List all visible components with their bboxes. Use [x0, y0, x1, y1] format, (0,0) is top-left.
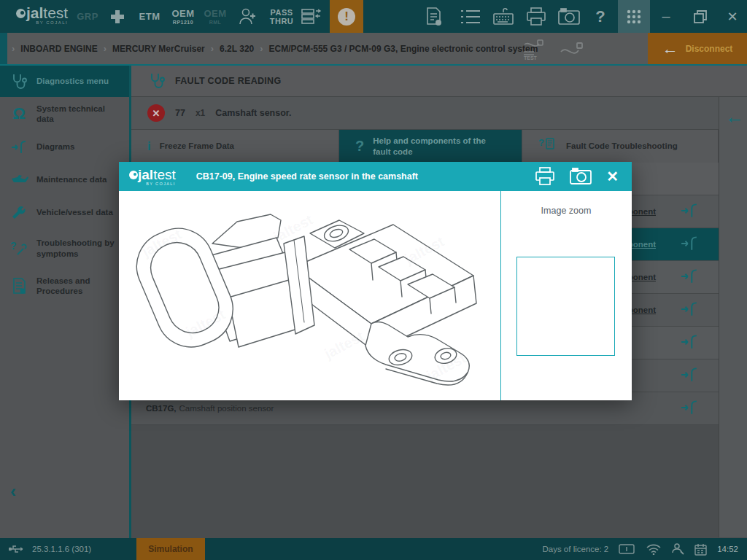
fault-error-icon: ✕ — [147, 104, 165, 122]
camera-icon — [558, 8, 580, 26]
stethoscope-icon — [147, 71, 166, 90]
top-toolbar: jaltest BY COJALI GRP ETM OEM RP1210 OEM… — [0, 0, 747, 33]
image-zoom-panel: Image zoom — [501, 191, 631, 400]
keyboard-icon — [492, 7, 514, 27]
jaltest-logo-dot-icon — [129, 171, 138, 179]
component-help-modal: jaltest BY COJALI CB17-09, Engine speed … — [119, 162, 632, 400]
modal-title: CB17-09, Engine speed rate sensor in the… — [196, 171, 418, 182]
breadcrumb-item-engine-type[interactable]: INBOARD ENGINE — [20, 44, 97, 54]
sidebar-item-diagrams[interactable]: Diagrams — [0, 131, 129, 163]
status-bar: 25.3.1.1.6 (301) Simulation Days of lice… — [0, 538, 747, 560]
sidebar-item-vehicle-vessel-data[interactable]: Vehicle/vessel data — [0, 196, 129, 229]
sidebar-back-chevron[interactable]: ‹ — [10, 483, 16, 500]
cable-icon[interactable] — [558, 37, 583, 61]
flash-reprogram-button[interactable] — [296, 0, 327, 33]
camera-icon[interactable] — [570, 168, 592, 185]
simulation-badge: Simulation — [136, 538, 204, 560]
grp-button: GRP — [73, 0, 102, 33]
circuit-icon[interactable] — [681, 234, 698, 254]
wrench-icon — [9, 203, 28, 222]
close-app-button[interactable]: ✕ — [721, 0, 744, 33]
jaltest-logo: jaltest BY COJALI — [16, 4, 68, 25]
exclamation-icon: ! — [338, 8, 355, 26]
reports-button[interactable] — [422, 0, 446, 33]
sidebar: Diagnostics menu Ω System technical data… — [0, 66, 131, 538]
question-circuit-icon: ? — [538, 135, 557, 158]
info-icon: i — [147, 139, 151, 154]
breadcrumb-accent — [0, 33, 7, 64]
printer-icon — [526, 7, 546, 26]
fault-count: x1 — [196, 108, 205, 118]
minimize-button[interactable]: – — [655, 0, 677, 33]
sidebar-item-diagnostics-menu[interactable]: Diagnostics menu — [0, 66, 129, 97]
circuit-icon[interactable] — [681, 332, 698, 353]
pass-thru-button[interactable]: PASS THRU — [266, 0, 298, 33]
disconnect-label: Disconnect — [686, 44, 733, 54]
circuit-diagram-icon — [9, 138, 28, 157]
modal-body: jaltest jaltest jaltest jaltest jaltest … — [119, 191, 632, 400]
circuit-icon[interactable] — [681, 365, 698, 386]
circuit-icon[interactable] — [681, 267, 698, 287]
jaltest-logo-dot-icon — [16, 9, 26, 18]
component-image[interactable]: jaltest jaltest jaltest jaltest jaltest … — [119, 191, 501, 400]
fault-label: Camshaft sensor. — [215, 108, 291, 118]
print-button[interactable] — [522, 0, 550, 33]
licence-label: Days of licence: 2 — [542, 545, 608, 553]
component-label: Camshaft position sensor — [179, 404, 274, 413]
clock-label: 14:52 — [717, 545, 738, 553]
circuit-icon[interactable] — [681, 201, 698, 222]
image-zoom-viewport[interactable] — [516, 257, 615, 356]
apps-menu-button[interactable] — [618, 0, 650, 33]
chevron-right-icon: › — [260, 43, 263, 54]
calendar-icon[interactable] — [694, 543, 707, 556]
oem-rp1210-button[interactable]: OEM RP1210 — [168, 0, 198, 33]
tab-freeze-frame-data[interactable]: i Freeze Frame Data — [131, 130, 339, 163]
plus-icon — [109, 8, 126, 26]
chevron-right-icon: › — [104, 43, 107, 54]
collapse-panel-arrow[interactable]: ← — [725, 107, 744, 126]
jaltest-logo: jaltest BY COJALI — [129, 167, 176, 186]
person-plus-icon — [237, 7, 256, 27]
alerts-button[interactable]: ! — [330, 0, 363, 33]
list-icon — [460, 8, 481, 26]
screenshot-button[interactable] — [555, 0, 583, 33]
releases-document-icon — [9, 276, 28, 295]
printer-icon[interactable] — [535, 167, 555, 186]
sidebar-item-troubleshooting-by-symptoms[interactable]: ? Troubleshooting by symptoms — [0, 229, 129, 268]
tab-fault-code-troubleshooting[interactable]: ? Fault Code Troubleshooting — [522, 130, 719, 163]
etm-button[interactable]: ETM — [135, 0, 164, 33]
disconnect-button[interactable]: ← Disconnect — [648, 33, 747, 64]
user-session-icon[interactable] — [671, 542, 684, 556]
breadcrumb-item-model[interactable]: 6.2L 320 — [220, 44, 254, 54]
sidebar-item-releases-and-procedures[interactable]: Releases and Procedures — [0, 268, 129, 304]
close-icon[interactable]: ✕ — [606, 169, 619, 184]
fault-code-row[interactable]: ✕ 77 x1 Camshaft sensor. — [131, 97, 719, 130]
virtual-keyboard-button[interactable] — [489, 0, 517, 33]
breadcrumb-item-system[interactable]: ECM/PCM-555 G3 / PCM-09 G3, Engine elect… — [269, 44, 538, 54]
connection-icons: TEST — [520, 37, 583, 61]
oil-can-icon — [9, 171, 28, 190]
sidebar-item-system-technical-data[interactable]: Ω System technical data — [0, 97, 129, 131]
restore-window-button[interactable] — [689, 0, 712, 33]
arrow-left-icon: ← — [662, 41, 678, 57]
page-title: FAULT CODE READING — [175, 76, 281, 86]
wifi-icon[interactable] — [646, 544, 661, 555]
circuit-icon[interactable] — [681, 300, 698, 320]
document-view-icon — [425, 7, 444, 27]
add-vehicle-button[interactable] — [106, 0, 129, 33]
question-wrench-icon: ? — [9, 239, 28, 258]
svg-text:?: ? — [538, 137, 544, 148]
tab-help-and-components[interactable]: ? Help and components of the fault code — [339, 130, 522, 163]
licence-card-icon — [619, 544, 636, 554]
help-button[interactable]: ? — [589, 0, 611, 33]
client-manager-button[interactable] — [233, 0, 260, 33]
modal-header: jaltest BY COJALI CB17-09, Engine speed … — [119, 162, 632, 191]
sidebar-item-maintenance-data[interactable]: Maintenance data — [0, 163, 129, 196]
cable-test-icon[interactable]: TEST — [520, 37, 545, 61]
circuit-icon[interactable] — [681, 398, 698, 419]
task-list-button[interactable] — [458, 0, 483, 33]
breadcrumb-item-make[interactable]: MERCURY MerCruiser — [112, 44, 205, 54]
jaltest-app-window: jaltest BY COJALI GRP ETM OEM RP1210 OEM… — [0, 0, 747, 560]
version-label: 25.3.1.1.6 (301) — [32, 545, 91, 553]
usb-icon — [9, 544, 25, 554]
